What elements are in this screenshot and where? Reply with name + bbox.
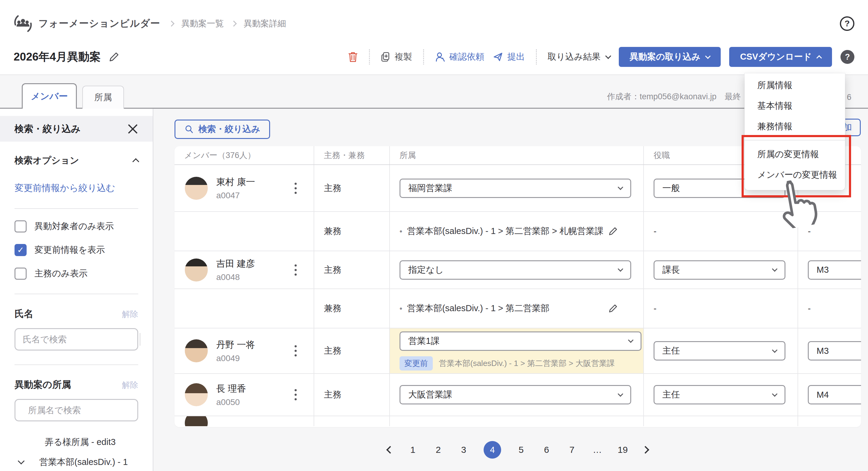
tree-item[interactable]: 営業本部(salesDiv.) - 1: [14, 452, 138, 471]
checkbox-unchecked-icon[interactable]: [14, 268, 27, 280]
app-logo-people-group-icon: [13, 14, 32, 33]
collapse-chevron-icon[interactable]: [132, 158, 140, 165]
csv-help-icon[interactable]: ?: [840, 50, 855, 64]
member-code: a0047: [216, 191, 255, 200]
tree-item[interactable]: 弄る様所属 - edit3: [14, 432, 138, 452]
chevron-down-icon: [618, 184, 623, 190]
dept-filter-clear-link[interactable]: 解除: [122, 380, 138, 390]
department-select[interactable]: 福岡営業課: [400, 179, 631, 198]
name-filter-clear-link[interactable]: 解除: [122, 309, 138, 320]
role-select[interactable]: 課長: [654, 260, 785, 280]
page-button[interactable]: 5: [516, 445, 527, 455]
breadcrumb: 異動案一覧 異動案詳細: [169, 18, 286, 29]
table-row-partial: [175, 416, 861, 426]
row-menu-kebab-icon[interactable]: [294, 182, 297, 194]
tab-department-label: 所属: [94, 91, 112, 104]
page-button[interactable]: 3: [458, 445, 469, 455]
tab-member[interactable]: メンバー: [22, 83, 77, 109]
role-select-value: 課長: [662, 264, 680, 276]
submit-button[interactable]: 提出: [493, 51, 525, 63]
grade-select[interactable]: M4: [808, 385, 861, 404]
search-options-title: 検索オプション: [14, 154, 79, 167]
edit-pencil-icon[interactable]: [608, 227, 618, 236]
department-select-value: 営業1課: [408, 335, 439, 347]
dept-search-input[interactable]: [14, 399, 138, 421]
page-button-active[interactable]: 4: [484, 441, 501, 459]
import-plan-button[interactable]: 異動案の取り込み: [619, 47, 721, 67]
page-button[interactable]: 19: [617, 445, 628, 455]
department-select[interactable]: 大阪営業課: [400, 385, 631, 404]
chevron-down-icon[interactable]: [18, 458, 25, 465]
checkbox-row-main-duty-only[interactable]: 主務のみ表示: [14, 268, 138, 280]
next-page-icon[interactable]: [642, 446, 649, 453]
close-icon[interactable]: [127, 123, 138, 135]
grade-select-value: M4: [816, 390, 829, 400]
grade-select-value: M3: [816, 346, 829, 356]
name-search-input[interactable]: [14, 328, 138, 351]
name-search-field[interactable]: [23, 334, 137, 345]
chevron-down-icon: [772, 266, 777, 271]
breadcrumb-item-transfer-detail: 異動案詳細: [244, 18, 286, 29]
checkbox-unchecked-icon[interactable]: [14, 220, 27, 233]
creator-info-partial: 6: [847, 93, 851, 102]
duty-type: 主務: [314, 374, 389, 416]
edit-pencil-icon[interactable]: [608, 304, 618, 313]
breadcrumb-item-transfer-list[interactable]: 異動案一覧: [182, 18, 224, 29]
filter-by-before-link[interactable]: 変更前情報から絞り込む: [14, 182, 138, 194]
toolbar-divider: [369, 49, 370, 64]
page-button[interactable]: 2: [433, 445, 444, 455]
department-select[interactable]: 指定なし: [400, 260, 631, 280]
tab-department[interactable]: 所属: [82, 86, 124, 109]
review-request-button[interactable]: 確認依頼: [435, 51, 485, 63]
toolbar-actions: 複製 確認依頼 提出 取り込み結果 異動: [348, 47, 855, 67]
duplicate-button[interactable]: 複製: [381, 51, 412, 63]
menu-item-dept-info[interactable]: 所属情報: [745, 75, 845, 96]
search-filter-sidebar: 検索・絞り込み 検索オプション 変更前情報から絞り込む 異動対象者のみ表示 変更…: [0, 109, 153, 471]
checkbox-label: 主務のみ表示: [34, 268, 87, 280]
table-search-filter-label: 検索・絞り込み: [198, 123, 260, 135]
duty-type: 兼務: [314, 289, 389, 328]
role-select[interactable]: 主任: [654, 385, 785, 404]
avatar: [185, 177, 208, 200]
checkbox-row-transfer-only[interactable]: 異動対象者のみ表示: [14, 220, 138, 233]
grade-select[interactable]: M3: [808, 260, 861, 280]
checkbox-label: 異動対象者のみ表示: [34, 220, 114, 233]
role-select[interactable]: 主任: [654, 341, 785, 360]
top-bar: フォーメーションビルダー 異動案一覧 異動案詳細 ?: [0, 0, 868, 39]
menu-item-basic-info[interactable]: 基本情報: [745, 96, 845, 116]
dept-filter-label: 異動案の所属: [14, 378, 71, 391]
row-menu-kebab-icon[interactable]: [294, 264, 297, 275]
csv-download-button[interactable]: CSVダウンロード: [729, 47, 832, 67]
page-button[interactable]: 1: [407, 445, 418, 455]
edit-title-pencil-icon[interactable]: [108, 52, 120, 62]
delete-trash-icon[interactable]: [348, 51, 358, 63]
page-help-icon[interactable]: ?: [840, 16, 855, 31]
row-menu-kebab-icon[interactable]: [294, 345, 297, 357]
import-result-dropdown[interactable]: 取り込み結果: [548, 51, 610, 63]
page-button[interactable]: 6: [541, 445, 552, 455]
page-button[interactable]: 7: [566, 445, 577, 455]
concurrent-dept-path: 営業本部(salesDiv.) - 1 > 第二営業部 > 札幌営業課: [407, 225, 603, 237]
app-page: フォーメーションビルダー 異動案一覧 異動案詳細 ? 2026年4月異動案: [0, 0, 868, 471]
search-options-section[interactable]: 検索オプション: [14, 154, 138, 167]
sidebar-divider: [14, 294, 138, 294]
tree-item-label: 弄る様所属 - edit3: [45, 436, 116, 448]
row-menu-kebab-icon[interactable]: [294, 389, 297, 401]
page-ellipsis: …: [592, 445, 603, 455]
checkbox-checked-icon[interactable]: [14, 244, 27, 256]
dept-search-field[interactable]: [28, 405, 142, 415]
input-divider: [140, 333, 140, 346]
member-code: a0048: [216, 272, 255, 282]
department-select[interactable]: 営業1課: [400, 331, 642, 351]
plan-title: 2026年4月異動案: [13, 49, 101, 64]
prev-page-icon[interactable]: [386, 446, 394, 453]
duty-type: 主務: [314, 251, 389, 289]
grade-select-value: M3: [816, 265, 829, 275]
content-area: 検索・絞り込み 検索オプション 変更前情報から絞り込む 異動対象者のみ表示 変更…: [0, 109, 868, 471]
member-cell-empty: [175, 212, 314, 251]
grade-select[interactable]: M3: [808, 341, 861, 360]
table-search-filter-button[interactable]: 検索・絞り込み: [175, 120, 270, 139]
sidebar-divider: [14, 208, 138, 209]
checkbox-row-show-before-info[interactable]: 変更前情報を表示: [14, 244, 138, 256]
menu-item-concurrent-info[interactable]: 兼務情報: [745, 116, 845, 137]
